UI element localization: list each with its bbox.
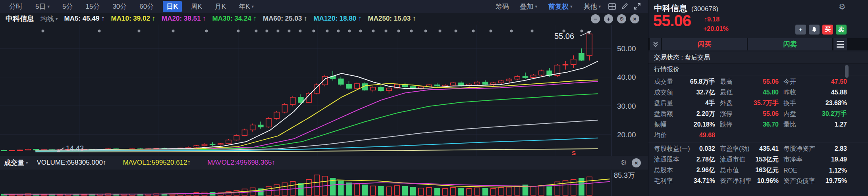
overlay-item[interactable]: 筹码 <box>492 1 512 12</box>
scrollbar-thumb[interactable] <box>845 65 849 78</box>
quote-value: 45.80 <box>763 89 779 96</box>
quote-cell: 今开47.50 <box>783 78 847 86</box>
table-row: 振幅20.18%跌停36.70量比1.27 <box>648 119 868 130</box>
quote-label: 换手 <box>783 99 796 108</box>
timeframe-item[interactable]: 日K <box>163 1 181 12</box>
quote-value: 23.68% <box>826 100 847 107</box>
ma-readout: MA5: 45.49 ↑ <box>64 15 105 23</box>
quote-value: 163亿元 <box>755 166 779 175</box>
table-row: 毛利率34.71%资产净利率10.96%资产负债率19.75% <box>648 176 868 186</box>
settings-icon[interactable]: ⚙ <box>621 158 627 167</box>
table-row: 成交额32.7亿最低45.80昨收45.88 <box>648 87 868 98</box>
volume-dropdown[interactable]: 成交量▾ <box>4 158 28 167</box>
timeframe-item[interactable]: 15分 <box>82 1 103 12</box>
buy-button[interactable]: 买 <box>822 25 833 35</box>
hamburger-menu-icon[interactable] <box>833 38 847 50</box>
grid-layout-icon[interactable] <box>607 2 617 11</box>
quote-cell: 盘后量4手 <box>654 99 720 108</box>
quote-cell: 每股收益(一)0.032 <box>654 145 720 153</box>
quote-label: 量比 <box>783 121 796 129</box>
quote-label: 内盘 <box>783 110 796 118</box>
price-change: ↑9.18 <box>704 16 719 23</box>
quote-value: 55.06 <box>763 78 779 85</box>
zoom-out-icon[interactable]: − <box>591 14 600 23</box>
volume-pane-controls: ⚙ × <box>621 158 648 167</box>
low-price-annotation: 14.43 <box>66 144 84 152</box>
quote-value: 55.06 <box>763 110 779 117</box>
close-icon[interactable]: × <box>630 14 639 23</box>
svg-text:40.00: 40.00 <box>617 73 636 81</box>
quote-label: 流通股本 <box>654 156 679 164</box>
quote-value: 153亿元 <box>755 156 779 164</box>
timeframe-item[interactable]: 分时 <box>6 1 26 12</box>
close-icon[interactable]: × <box>632 158 641 167</box>
double-chevron-down-icon[interactable] <box>650 38 661 50</box>
overlay-item[interactable]: 其他▾ <box>580 1 604 12</box>
timeframe-item[interactable]: 30分 <box>109 1 130 12</box>
chevron-down-icon: ▾ <box>535 4 537 9</box>
quote-cell: 市净率19.49 <box>783 156 847 164</box>
quote-label: 跌停 <box>720 121 733 129</box>
svg-text:20.00: 20.00 <box>617 131 636 139</box>
quote-label: 市盈率(动) <box>720 145 750 153</box>
quote-value: 435.41 <box>759 145 779 152</box>
quote-label: 总股本 <box>654 166 673 175</box>
quote-value: 2.96亿 <box>696 166 715 175</box>
timeframe-item[interactable]: 5日▾ <box>32 1 53 12</box>
quote-label: 最低 <box>720 88 733 97</box>
ma-readout: MA30: 34.24 ↑ <box>212 15 257 23</box>
timeframe-item[interactable]: 60分 <box>136 1 157 12</box>
ma-overlay-dropdown[interactable]: 均线▾ <box>41 14 58 23</box>
brush-icon[interactable] <box>619 2 630 11</box>
quote-label: 资产净利率 <box>720 177 752 185</box>
ma-readout: MA10: 39.02 ↑ <box>111 15 156 23</box>
timeframe-item[interactable]: 年K▾ <box>235 1 257 12</box>
quote-cell: 总市值163亿元 <box>720 166 783 175</box>
quote-cell: 盘后额2.20万 <box>654 110 720 118</box>
quote-cell: 换手23.68% <box>783 99 847 108</box>
settings-icon[interactable]: ⚙ <box>617 14 626 23</box>
quote-cell: 振幅20.18% <box>654 121 720 129</box>
quote-label: 每股收益(一) <box>654 145 690 153</box>
overlay-item[interactable]: 叠加▾ <box>516 1 541 12</box>
alert-bell-button[interactable] <box>809 25 820 35</box>
quote-label: 盘后额 <box>654 110 673 118</box>
chevron-down-icon: ▾ <box>570 4 573 9</box>
quote-table: 成交量65.8万手最高55.06今开47.50成交额32.7亿最低45.80昨收… <box>648 77 868 186</box>
settings-icon[interactable]: ⚙ <box>839 2 846 12</box>
quote-label: 均价 <box>654 131 667 140</box>
chart-panel: 分时5日▾5分15分30分60分日K周K月K年K▾ 筹码叠加▾前复权▾其他▾ 中… <box>0 0 648 196</box>
flash-buy-button[interactable]: 闪买 <box>662 38 747 50</box>
quote-value: 1.12% <box>829 167 847 174</box>
quote-label: 今开 <box>783 78 796 86</box>
chart-pane-controls: − + ⚙ × <box>591 14 648 23</box>
zoom-in-icon[interactable]: + <box>604 14 613 23</box>
volume-header: 成交量▾ VOLUME:658305.000↑ MAVOL1:599520.61… <box>0 156 648 169</box>
add-watchlist-button[interactable]: + <box>795 25 806 35</box>
last-price: 55.06 <box>653 12 691 30</box>
quote-label: 盘后量 <box>654 99 673 108</box>
timeframe-item[interactable]: 月K <box>211 1 230 12</box>
flash-sell-button[interactable]: 闪卖 <box>748 38 833 50</box>
timeframe-item[interactable]: 周K <box>187 1 206 12</box>
quote-cell: 外盘35.7万手 <box>720 99 783 108</box>
volume-readout: VOLUME:658305.000↑ <box>37 159 106 167</box>
chart-stock-name: 中科信息 <box>6 14 34 23</box>
quote-value: 0.032 <box>699 145 715 152</box>
quote-cell: 最高55.06 <box>720 78 783 86</box>
quote-cell: 流通股本2.78亿 <box>654 156 720 164</box>
quote-cell: 成交量65.8万手 <box>654 78 720 86</box>
volume-chart[interactable] <box>0 170 648 196</box>
quote-cell: ROE1.12% <box>783 167 847 174</box>
overlay-item[interactable]: 前复权▾ <box>545 1 576 12</box>
svg-text:30.00: 30.00 <box>617 102 636 110</box>
quote-label: 每股净资产 <box>783 145 815 153</box>
candlestick-chart[interactable]: 50.0040.0030.0020.0055.0614.43S <box>0 25 648 156</box>
fullscreen-icon[interactable] <box>632 2 642 11</box>
timeframe-item[interactable]: 5分 <box>59 1 76 12</box>
quote-cell: 量比1.27 <box>783 121 847 129</box>
sell-signal-marker: S <box>572 150 576 156</box>
high-price-annotation: 55.06 <box>554 32 574 40</box>
sell-button[interactable]: 卖 <box>836 25 847 35</box>
quote-label: 总市值 <box>720 166 739 175</box>
